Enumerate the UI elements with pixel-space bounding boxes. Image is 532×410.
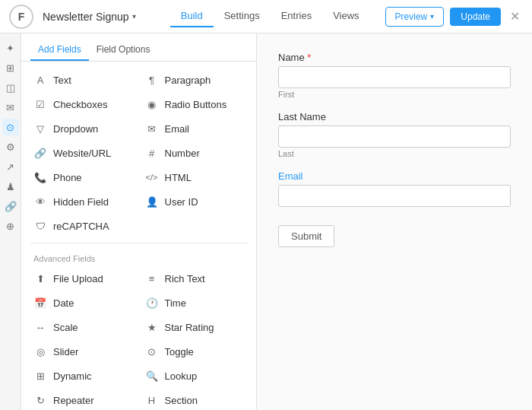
email-input[interactable] [278, 185, 511, 207]
phone-icon: 📞 [33, 170, 47, 184]
richtext-icon: ≡ [145, 272, 159, 285]
app-logo[interactable]: F [9, 5, 33, 29]
field-date-label: Date [53, 297, 74, 309]
html-icon: </> [145, 170, 159, 184]
tab-field-options[interactable]: Field Options [89, 40, 158, 61]
name-sublabel: First [278, 90, 511, 99]
field-text[interactable]: A Text [27, 68, 139, 92]
field-repeater-label: Repeater [53, 395, 93, 406]
lookup-icon: 🔍 [145, 369, 159, 383]
preview-chevron-icon: ▾ [430, 12, 434, 21]
field-userid[interactable]: 👤 User ID [139, 189, 251, 214]
plus-icon[interactable]: ⊕ [2, 218, 19, 234]
field-scale-label: Scale [53, 322, 78, 333]
tab-add-fields[interactable]: Add Fields [30, 40, 89, 61]
field-radio-buttons[interactable]: ◉ Radio Buttons [139, 92, 251, 116]
paragraph-icon: ¶ [145, 73, 159, 87]
field-email[interactable]: ✉ Email [139, 116, 251, 141]
field-paragraph[interactable]: ¶ Paragraph [139, 68, 251, 92]
field-radio-label: Radio Buttons [165, 99, 227, 110]
field-date[interactable]: 📅 Date [27, 291, 139, 315]
lastname-sublabel: Last [278, 149, 511, 158]
field-section-label: Section [165, 395, 198, 406]
settings-icon[interactable]: ⚙ [2, 138, 19, 155]
radio-icon: ◉ [145, 97, 159, 111]
field-scale[interactable]: ↔ Scale [27, 315, 139, 339]
arrow-icon[interactable]: ↗ [2, 158, 19, 175]
link-icon[interactable]: 🔗 [2, 198, 19, 215]
pages-icon[interactable]: ◫ [2, 79, 19, 96]
scale-icon: ↔ [33, 320, 47, 334]
field-checkboxes[interactable]: ☑ Checkboxes [27, 92, 139, 116]
dynamic-icon: ⊞ [33, 369, 47, 383]
field-text-label: Text [53, 75, 71, 86]
field-dynamic-label: Dynamic [53, 370, 92, 382]
field-lookup[interactable]: 🔍 Lookup [139, 364, 251, 388]
nav-build[interactable]: Build [170, 5, 214, 27]
form-name-group: Name * First [278, 52, 511, 99]
field-section[interactable]: H Section [139, 388, 251, 410]
form-canvas: Name * First Last Name Last Email Submit [257, 33, 532, 410]
sidebar-icons: ✦ ⊞ ◫ ✉ ⊙ ⚙ ↗ ♟ 🔗 ⊕ [0, 33, 21, 410]
star-icon: ★ [145, 320, 159, 334]
field-upload-label: File Upload [53, 273, 103, 284]
advanced-section-label: Advanced Fields [21, 248, 256, 266]
field-hidden-label: Hidden Field [53, 196, 109, 208]
field-slider[interactable]: ◎ Slider [27, 339, 139, 364]
field-slider-label: Slider [53, 346, 78, 358]
layout-icon[interactable]: ⊞ [2, 59, 19, 76]
email-label: Email [278, 170, 511, 182]
active-icon[interactable]: ⊙ [2, 119, 19, 135]
field-file-upload[interactable]: ⬆ File Upload [27, 266, 139, 291]
field-recaptcha[interactable]: 🛡 reCAPTCHA [27, 214, 139, 238]
chess-icon[interactable]: ♟ [2, 178, 19, 195]
field-time-label: Time [165, 297, 186, 309]
topbar-actions: Preview ▾ Update ✕ [385, 7, 523, 27]
field-url-label: Website/URL [53, 148, 111, 159]
number-icon: # [145, 146, 159, 160]
field-toggle-label: Toggle [165, 346, 194, 358]
close-button[interactable]: ✕ [507, 9, 523, 24]
field-paragraph-label: Paragraph [165, 75, 211, 86]
recaptcha-icon: 🛡 [33, 219, 47, 233]
field-html[interactable]: </> HTML [139, 165, 251, 189]
field-toggle[interactable]: ⊙ Toggle [139, 339, 251, 364]
basic-fields-grid: A Text ¶ Paragraph ☑ Checkboxes ◉ Radio … [21, 68, 256, 238]
upload-icon: ⬆ [33, 272, 47, 285]
top-nav: Build Settings Entries Views [170, 5, 370, 27]
field-time[interactable]: 🕐 Time [139, 291, 251, 315]
section-icon: H [145, 393, 159, 407]
name-input[interactable] [278, 66, 511, 88]
submit-button[interactable]: Submit [278, 225, 334, 247]
userid-icon: 👤 [145, 195, 159, 208]
field-star-rating[interactable]: ★ Star Rating [139, 315, 251, 339]
field-website-url[interactable]: 🔗 Website/URL [27, 141, 139, 165]
field-phone[interactable]: 📞 Phone [27, 165, 139, 189]
field-dropdown[interactable]: ▽ Dropdown [27, 116, 139, 141]
nav-settings[interactable]: Settings [214, 5, 271, 27]
dropdown-icon: ▽ [33, 122, 47, 135]
field-repeater[interactable]: ↻ Repeater [27, 388, 139, 410]
field-dynamic[interactable]: ⊞ Dynamic [27, 364, 139, 388]
nav-views[interactable]: Views [322, 5, 369, 27]
field-hidden[interactable]: 👁 Hidden Field [27, 189, 139, 214]
field-number[interactable]: # Number [139, 141, 251, 165]
text-icon: A [33, 73, 47, 87]
field-recaptcha-label: reCAPTCHA [53, 221, 109, 232]
email-icon[interactable]: ✉ [2, 99, 19, 116]
section-divider [30, 243, 247, 243]
preview-button[interactable]: Preview ▾ [385, 7, 445, 27]
advanced-fields-grid: ⬆ File Upload ≡ Rich Text 📅 Date 🕐 Time … [21, 266, 256, 410]
lastname-input[interactable] [278, 126, 511, 148]
form-title: Newsletter Signup ▾ [43, 11, 136, 23]
field-userid-label: User ID [165, 196, 198, 208]
title-chevron-icon[interactable]: ▾ [132, 12, 136, 21]
fields-icon[interactable]: ✦ [2, 40, 19, 56]
field-html-label: HTML [165, 172, 192, 183]
fields-list: A Text ¶ Paragraph ☑ Checkboxes ◉ Radio … [21, 62, 256, 410]
nav-entries[interactable]: Entries [271, 5, 322, 27]
required-star: * [307, 52, 311, 63]
field-rich-text[interactable]: ≡ Rich Text [139, 266, 251, 291]
fields-tabs: Add Fields Field Options [21, 33, 256, 62]
update-button[interactable]: Update [450, 8, 501, 26]
